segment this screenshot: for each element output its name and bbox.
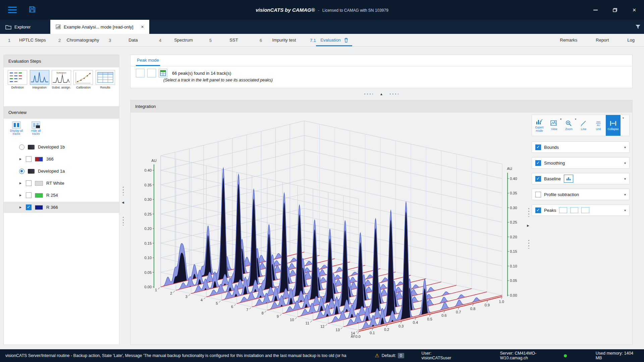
eval-step-integration[interactable]: Integration bbox=[29, 70, 50, 89]
tab-document[interactable]: Example Analysi... mode [read-only] × bbox=[50, 20, 149, 34]
peak-toggle-button-2[interactable] bbox=[147, 69, 156, 77]
channel-label: RT White bbox=[46, 181, 64, 186]
option-smoothing[interactable]: Smoothing ▾ bbox=[532, 157, 630, 169]
default-count-badge[interactable]: 0 bbox=[398, 353, 404, 358]
eval-step-results[interactable]: Results bbox=[95, 70, 116, 89]
tool-label: Collapse bbox=[607, 128, 619, 131]
menu-icon[interactable] bbox=[8, 7, 17, 13]
chevron-down-icon[interactable]: ▾ bbox=[624, 145, 626, 149]
step-sst[interactable]: 5 SST bbox=[209, 34, 259, 46]
close-button[interactable]: × bbox=[625, 0, 644, 20]
option-bounds[interactable]: Bounds ▾ bbox=[532, 141, 630, 153]
splitter-handle[interactable] bbox=[528, 208, 529, 217]
filter-icon bbox=[635, 24, 641, 29]
channel-checkbox[interactable] bbox=[26, 156, 32, 162]
channel-row-366[interactable]: ▶ 366 bbox=[4, 154, 119, 165]
baseline-mode-button[interactable] bbox=[564, 175, 573, 183]
line-button[interactable]: Line bbox=[576, 115, 591, 136]
hide-all-tracks-button[interactable]: Hide all tracks bbox=[27, 121, 45, 138]
titlebar: visionCATS by CAMAG® - Licensed to CAMAG… bbox=[0, 0, 644, 20]
plate-radio[interactable] bbox=[19, 144, 24, 150]
peak-style-box-1[interactable] bbox=[559, 207, 567, 213]
view-button[interactable]: View ▾ bbox=[547, 115, 561, 136]
drag-dots[interactable] bbox=[390, 94, 398, 95]
eval-step-label: Results bbox=[100, 86, 110, 89]
minimize-button[interactable] bbox=[586, 0, 605, 20]
expander-icon[interactable]: ▶ bbox=[18, 194, 22, 197]
warning-icon[interactable]: ⚠ bbox=[375, 353, 379, 359]
plate-radio[interactable] bbox=[19, 169, 24, 174]
drag-dots[interactable] bbox=[364, 94, 373, 95]
plate-row-developed-1b[interactable]: Developed 1b bbox=[4, 141, 119, 153]
chevron-down-icon[interactable]: ▾ bbox=[624, 208, 626, 212]
step-spectrum[interactable]: 4 Spectrum bbox=[158, 34, 209, 46]
splitter-handle[interactable] bbox=[123, 187, 124, 195]
channel-row-r254[interactable]: ▶ R 254 bbox=[4, 190, 119, 201]
tab-peak-mode[interactable]: Peak mode bbox=[136, 55, 160, 66]
splitter-handle[interactable] bbox=[123, 217, 124, 226]
collapse-up-icon[interactable]: ▲ bbox=[380, 92, 383, 96]
step-hptlc-steps[interactable]: 1 HPTLC Steps bbox=[7, 34, 58, 46]
log-link[interactable]: Log bbox=[627, 38, 635, 43]
channel-checkbox[interactable] bbox=[26, 180, 32, 186]
remarks-link[interactable]: Remarks bbox=[560, 38, 577, 43]
sidebar: Evaluation Steps Definition Integrati bbox=[3, 55, 119, 345]
analysis-icon bbox=[56, 24, 61, 29]
expert-mode-button[interactable]: Expert mode bbox=[532, 115, 547, 136]
chevron-down-icon[interactable]: ▾ bbox=[624, 177, 626, 181]
channel-checkbox[interactable] bbox=[26, 192, 32, 198]
peak-toggle-button-1[interactable] bbox=[136, 69, 145, 77]
filter-button[interactable] bbox=[632, 20, 644, 34]
chevron-down-icon[interactable]: ▾ bbox=[624, 161, 626, 165]
collapse-button[interactable]: Collapse bbox=[606, 115, 621, 136]
step-number: 5 bbox=[209, 38, 212, 43]
step-number: 2 bbox=[58, 38, 61, 43]
integration-chart[interactable] bbox=[131, 113, 527, 345]
step-label: Evaluation bbox=[320, 38, 341, 43]
channel-row-rt-white[interactable]: ▶ RT White bbox=[4, 178, 119, 189]
option-profile-subtraction[interactable]: Profile subtraction ▾ bbox=[532, 189, 630, 200]
toolbar-overflow-button[interactable]: ▾ bbox=[621, 115, 626, 136]
option-baseline[interactable]: Baseline ▾ bbox=[532, 173, 630, 184]
step-impurity-test[interactable]: 6 Impurity test bbox=[259, 34, 309, 46]
peaks-checkbox[interactable] bbox=[535, 207, 541, 213]
bounds-checkbox[interactable] bbox=[535, 144, 541, 150]
zoom-button[interactable]: Zoom ▾ bbox=[561, 115, 576, 136]
report-link[interactable]: Report bbox=[596, 38, 609, 43]
save-button[interactable] bbox=[28, 5, 36, 15]
expander-icon[interactable]: ▶ bbox=[18, 182, 22, 185]
step-evaluation[interactable]: 7.1 Evaluation bbox=[309, 34, 360, 46]
baseline-checkbox[interactable] bbox=[535, 176, 541, 182]
smoothing-checkbox[interactable] bbox=[535, 160, 541, 166]
expander-icon[interactable]: ▶ bbox=[18, 206, 22, 209]
peak-style-box-2[interactable] bbox=[570, 207, 578, 213]
step-navigation: 1 HPTLC Steps 2 Chromatography 3 Data 4 … bbox=[0, 34, 644, 47]
unit-button[interactable]: mm AU Unit bbox=[591, 115, 606, 136]
tools-expand-arrow-icon[interactable]: ▶ bbox=[527, 224, 529, 227]
step-number: 1 bbox=[8, 38, 10, 43]
option-label: Peaks bbox=[544, 208, 556, 213]
display-all-tracks-button[interactable]: Display all tracks bbox=[8, 121, 25, 138]
tab-explorer[interactable]: Explorer bbox=[0, 20, 50, 34]
eval-step-definition[interactable]: Definition bbox=[7, 70, 28, 89]
splitter-handle[interactable] bbox=[528, 240, 529, 249]
tab-close-icon[interactable]: × bbox=[141, 24, 144, 29]
option-peaks[interactable]: Peaks ▾ bbox=[532, 204, 630, 216]
channel-label: R 366 bbox=[46, 205, 58, 210]
peak-style-box-3[interactable] bbox=[581, 207, 589, 213]
plate-row-developed-1a[interactable]: Developed 1a bbox=[4, 166, 119, 177]
export-peak-table-button[interactable] bbox=[159, 69, 167, 77]
expander-icon[interactable]: ▶ bbox=[18, 158, 22, 161]
delete-evaluation-button[interactable] bbox=[344, 38, 348, 43]
channel-row-r366[interactable]: ▶ R 366 bbox=[4, 202, 119, 213]
close-icon: × bbox=[633, 7, 636, 13]
channel-checkbox[interactable] bbox=[26, 204, 32, 210]
eval-step-calibration[interactable]: Calibration bbox=[73, 70, 94, 89]
step-chromatography[interactable]: 2 Chromatography bbox=[58, 34, 108, 46]
sidebar-collapse-arrow-icon[interactable]: ◀ bbox=[122, 201, 124, 204]
step-data[interactable]: 3 Data bbox=[108, 34, 158, 46]
eval-step-substance-assignment[interactable]: Substance Subst. assign. bbox=[51, 70, 72, 89]
chevron-down-icon[interactable]: ▾ bbox=[624, 193, 626, 196]
profile-subtraction-checkbox[interactable] bbox=[535, 192, 541, 197]
restore-button[interactable] bbox=[605, 0, 625, 20]
